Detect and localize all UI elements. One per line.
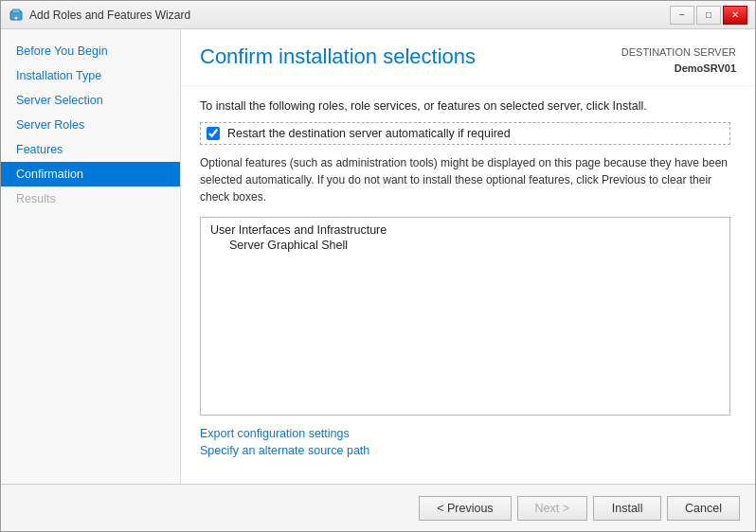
feature-child: Server Graphical Shell — [210, 239, 720, 252]
window-title: Add Roles and Features Wizard — [29, 9, 670, 22]
cancel-button[interactable]: Cancel — [667, 496, 740, 521]
svg-point-2 — [15, 16, 18, 19]
sidebar: Before You Begin Installation Type Serve… — [1, 29, 181, 484]
minimize-button[interactable]: − — [670, 6, 694, 25]
intro-text: To install the following roles, role ser… — [200, 99, 736, 113]
sidebar-item-before-you-begin[interactable]: Before You Begin — [1, 39, 180, 63]
page-title: Confirm installation selections — [200, 44, 476, 69]
header-section: Confirm installation selections DESTINAT… — [181, 29, 755, 86]
restart-checkbox-label: Restart the destination server automatic… — [227, 127, 511, 140]
sidebar-item-features[interactable]: Features — [1, 137, 180, 162]
window-controls: − □ ✕ — [670, 6, 747, 25]
server-name: DemoSRV01 — [621, 61, 736, 77]
features-box: User Interfaces and Infrastructure Serve… — [200, 217, 730, 416]
content-area: Before You Begin Installation Type Serve… — [1, 29, 755, 484]
svg-rect-1 — [12, 9, 20, 13]
sidebar-item-server-roles[interactable]: Server Roles — [1, 113, 180, 137]
sidebar-item-server-selection[interactable]: Server Selection — [1, 88, 180, 113]
close-button[interactable]: ✕ — [723, 6, 747, 25]
title-bar: Add Roles and Features Wizard − □ ✕ — [1, 1, 755, 29]
body-section: To install the following roles, role ser… — [181, 86, 755, 484]
destination-label: DESTINATION SERVER — [621, 44, 736, 61]
sidebar-item-confirmation[interactable]: Confirmation — [1, 162, 180, 186]
install-button[interactable]: Install — [593, 496, 661, 521]
maximize-button[interactable]: □ — [696, 6, 721, 25]
previous-button[interactable]: < Previous — [419, 496, 511, 521]
sidebar-item-installation-type[interactable]: Installation Type — [1, 63, 180, 88]
restart-checkbox-row[interactable]: Restart the destination server automatic… — [200, 122, 730, 145]
feature-parent: User Interfaces and Infrastructure — [210, 223, 720, 237]
main-content: Confirm installation selections DESTINAT… — [181, 29, 755, 484]
window-icon — [9, 8, 24, 23]
footer: < Previous Next > Install Cancel — [1, 484, 755, 531]
alternate-source-link[interactable]: Specify an alternate source path — [200, 444, 736, 457]
restart-checkbox[interactable] — [207, 127, 220, 140]
export-config-link[interactable]: Export configuration settings — [200, 427, 736, 440]
sidebar-item-results: Results — [1, 186, 180, 211]
next-button: Next > — [517, 496, 587, 521]
destination-server: DESTINATION SERVER DemoSRV01 — [621, 44, 736, 76]
main-window: Add Roles and Features Wizard − □ ✕ Befo… — [0, 0, 756, 532]
optional-text: Optional features (such as administratio… — [200, 154, 736, 205]
